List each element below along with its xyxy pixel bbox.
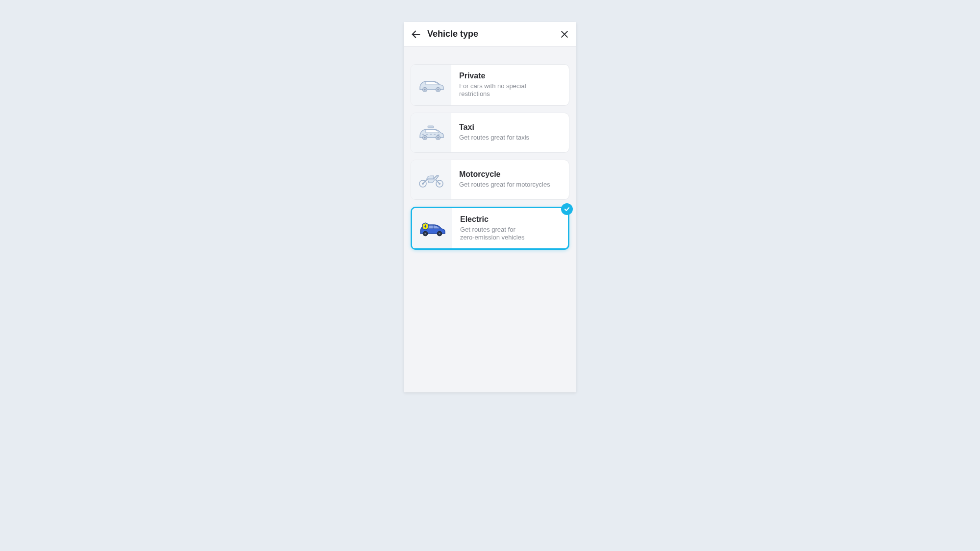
svg-rect-11 <box>434 134 436 135</box>
vehicle-type-list: Private For cars with no special restric… <box>404 47 576 257</box>
svg-point-23 <box>424 233 426 234</box>
svg-rect-9 <box>426 134 428 135</box>
option-body: Motorcycle Get routes great for motorcyc… <box>451 160 569 199</box>
option-body: Private For cars with no special restric… <box>451 65 569 105</box>
svg-point-14 <box>424 137 425 138</box>
vehicle-type-panel: Vehicle type Private <box>404 22 576 392</box>
option-title: Motorcycle <box>459 170 561 179</box>
svg-rect-8 <box>422 134 424 135</box>
check-icon <box>564 206 570 213</box>
option-icon-box <box>411 65 451 105</box>
car-taxi-icon <box>416 123 446 143</box>
close-button[interactable] <box>560 29 569 39</box>
svg-point-6 <box>437 89 439 91</box>
option-body: Taxi Get routes great for taxis <box>451 113 569 152</box>
back-button[interactable] <box>411 29 421 40</box>
page-title: Vehicle type <box>427 29 560 39</box>
option-private[interactable]: Private For cars with no special restric… <box>411 64 569 106</box>
svg-rect-7 <box>428 126 434 128</box>
option-electric[interactable]: Electric Get routes great for zero-emiss… <box>411 207 569 250</box>
option-desc: For cars with no special restrictions <box>459 82 561 98</box>
svg-rect-12 <box>438 134 440 135</box>
option-taxi[interactable]: Taxi Get routes great for taxis <box>411 113 569 153</box>
motorcycle-icon <box>416 170 446 190</box>
option-title: Taxi <box>459 123 561 132</box>
car-electric-icon <box>416 218 448 238</box>
option-icon-box <box>412 208 452 249</box>
svg-point-4 <box>424 89 425 91</box>
close-icon <box>560 29 569 39</box>
option-title: Private <box>459 72 561 80</box>
option-motorcycle[interactable]: Motorcycle Get routes great for motorcyc… <box>411 160 569 200</box>
option-icon-box <box>411 113 451 152</box>
option-desc: Get routes great for taxis <box>459 134 561 142</box>
option-body: Electric Get routes great for zero-emiss… <box>452 208 568 249</box>
selected-badge <box>561 203 573 215</box>
svg-point-16 <box>437 137 439 138</box>
option-desc: Get routes great for zero-emission vehic… <box>460 226 560 242</box>
option-icon-box <box>411 160 451 199</box>
option-title: Electric <box>460 215 560 224</box>
svg-rect-10 <box>430 134 432 135</box>
header: Vehicle type <box>404 22 576 47</box>
svg-point-25 <box>439 233 440 234</box>
option-desc: Get routes great for motorcycles <box>459 181 561 189</box>
arrow-left-icon <box>411 29 421 40</box>
car-private-icon <box>416 75 446 94</box>
